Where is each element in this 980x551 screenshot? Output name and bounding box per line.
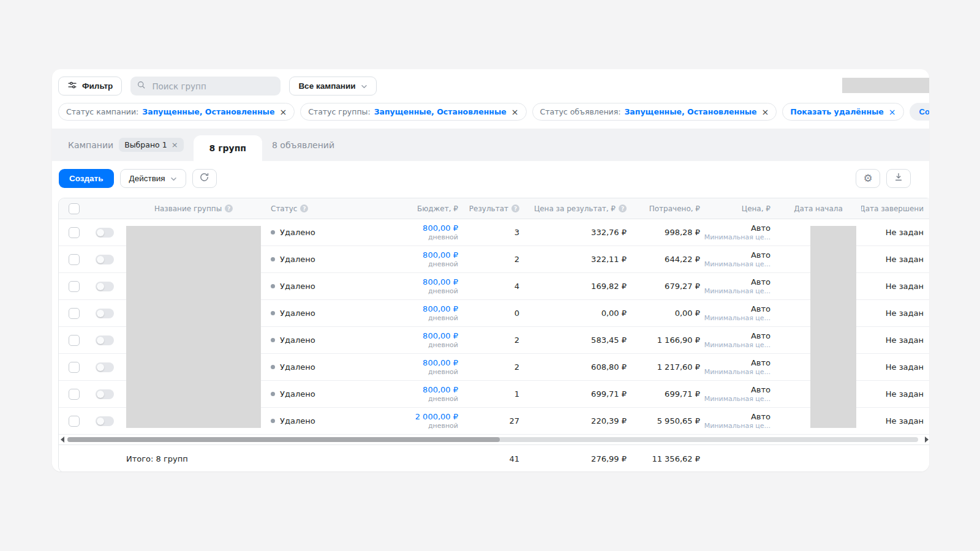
- header-spent[interactable]: Потрачено, ₽: [631, 204, 705, 213]
- filter-bar: Фильтр Все кампании: [58, 77, 377, 96]
- tab-groups[interactable]: 8 групп: [194, 135, 262, 161]
- close-icon[interactable]: ×: [172, 140, 178, 149]
- header-cost-per-result[interactable]: Цена за результат, ₽ ?: [524, 204, 631, 213]
- status-dot-icon: [271, 338, 275, 342]
- scroll-left-arrow-icon[interactable]: [61, 437, 64, 443]
- budget-value[interactable]: 800,00 ₽: [423, 277, 458, 287]
- budget-cell: 800,00 ₽ дневной: [417, 223, 463, 242]
- header-price[interactable]: Цена, ₽: [705, 204, 775, 213]
- budget-value[interactable]: 800,00 ₽: [423, 331, 458, 341]
- row-toggle[interactable]: [96, 389, 114, 399]
- chip-group-status[interactable]: Статус группы: Запущенные, Остановленные…: [300, 103, 526, 121]
- cost-per-result-cell: 608,80 ₽: [524, 362, 631, 372]
- tab-campaigns[interactable]: Кампании Выбрано 1 ×: [58, 129, 194, 161]
- row-checkbox[interactable]: [69, 308, 80, 319]
- budget-value[interactable]: 800,00 ₽: [423, 385, 458, 395]
- scrollbar-thumb[interactable]: [67, 437, 500, 442]
- budget-value[interactable]: 2 000,00 ₽: [415, 412, 458, 422]
- gear-icon: ⚙: [863, 172, 872, 185]
- groups-content: Создать Действия: [52, 161, 929, 471]
- budget-value[interactable]: 800,00 ₽: [423, 250, 458, 260]
- budget-period: дневной: [428, 287, 458, 296]
- toggle-knob: [97, 418, 104, 425]
- create-button[interactable]: Создать: [59, 169, 114, 188]
- campaign-filter-select[interactable]: Все кампании: [289, 77, 376, 96]
- help-icon[interactable]: ?: [300, 204, 308, 212]
- price-cell: Авто Минимальная це...: [705, 223, 775, 242]
- row-checkbox[interactable]: [69, 389, 80, 400]
- chip-value: Запущенные, Остановленные: [624, 107, 756, 116]
- row-toggle[interactable]: [96, 362, 114, 372]
- row-toggle[interactable]: [96, 228, 114, 238]
- header-name[interactable]: Название группы ?: [120, 204, 267, 213]
- row-checkbox[interactable]: [69, 227, 80, 238]
- row-toggle[interactable]: [96, 335, 114, 345]
- row-checkbox[interactable]: [69, 281, 80, 292]
- filter-button[interactable]: Фильтр: [58, 77, 122, 96]
- search-input[interactable]: [151, 81, 274, 92]
- spent-cell: 644,22 ₽: [631, 255, 705, 264]
- horizontal-scrollbar[interactable]: [59, 435, 929, 444]
- scroll-right-arrow-icon[interactable]: [925, 437, 929, 443]
- actions-dropdown-button[interactable]: Действия: [120, 169, 186, 188]
- scrollbar-track[interactable]: [67, 437, 918, 442]
- download-icon: [894, 172, 903, 185]
- close-icon[interactable]: ×: [511, 108, 519, 116]
- refresh-button[interactable]: [192, 169, 217, 188]
- header-budget[interactable]: Бюджет, ₽: [417, 204, 463, 213]
- price-cell: Авто Минимальная це...: [705, 250, 775, 269]
- status-text: Удалено: [280, 282, 315, 291]
- chip-campaign-status[interactable]: Статус кампании: Запущенные, Остановленн…: [58, 103, 295, 121]
- row-toggle[interactable]: [96, 255, 114, 264]
- tab-strip: Кампании Выбрано 1 × 8 групп 8 объявлени…: [52, 129, 929, 161]
- row-toggle[interactable]: [96, 309, 114, 318]
- price-strategy: Минимальная це...: [704, 314, 771, 323]
- row-checkbox[interactable]: [69, 254, 80, 265]
- table-footer-row: Итого: 8 групп 41 276,99 ₽ 11 356,62 ₽: [59, 444, 929, 471]
- table-header-row: Название группы ? Статус ? Бюджет, ₽ Рез…: [59, 198, 929, 219]
- row-toggle[interactable]: [96, 282, 114, 291]
- spent-cell: 5 950,65 ₽: [631, 416, 705, 425]
- close-icon[interactable]: ×: [279, 108, 287, 116]
- settings-button[interactable]: ⚙: [856, 169, 880, 188]
- chip-ad-status[interactable]: Статус объявления: Запущенные, Остановле…: [532, 103, 777, 121]
- tab-ads-label: 8 объявлений: [272, 140, 334, 150]
- row-checkbox[interactable]: [69, 362, 80, 373]
- tab-ads[interactable]: 8 объявлений: [262, 129, 344, 161]
- row-checkbox[interactable]: [69, 416, 80, 427]
- export-button[interactable]: [886, 169, 911, 188]
- row-checkbox[interactable]: [69, 335, 80, 346]
- help-icon[interactable]: ?: [225, 204, 233, 212]
- budget-period: дневной: [428, 260, 458, 269]
- close-icon[interactable]: ×: [889, 108, 896, 116]
- budget-period: дневной: [428, 422, 458, 430]
- header-date-end[interactable]: Дата завершени: [861, 204, 929, 213]
- chip-value: Запущенные, Остановленные: [142, 107, 274, 116]
- price-strategy: Минимальная це...: [704, 287, 771, 296]
- chip-label: Статус группы:: [308, 107, 371, 116]
- header-status[interactable]: Статус ?: [267, 204, 417, 213]
- price-strategy: Минимальная це...: [704, 395, 771, 403]
- date-end-cell: Не задан: [861, 416, 929, 425]
- price-strategy: Минимальная це...: [704, 233, 771, 242]
- status-text: Удалено: [280, 255, 315, 264]
- row-toggle[interactable]: [96, 416, 114, 426]
- cost-per-result-cell: 0,00 ₽: [524, 309, 631, 318]
- close-icon[interactable]: ×: [762, 108, 769, 116]
- date-end-cell: Не задан: [861, 255, 929, 264]
- filter-button-label: Фильтр: [82, 81, 113, 91]
- select-all-checkbox[interactable]: [69, 203, 80, 214]
- selected-count-badge[interactable]: Выбрано 1 ×: [119, 138, 183, 152]
- chip-show-deleted[interactable]: Показать удалённые ×: [782, 103, 903, 121]
- help-icon[interactable]: ?: [619, 204, 627, 212]
- save-filters-button[interactable]: Сохранить: [910, 103, 929, 121]
- header-result[interactable]: Результат ?: [463, 204, 524, 213]
- budget-value[interactable]: 800,00 ₽: [423, 358, 458, 368]
- date-end-cell: Не задан: [861, 335, 929, 345]
- budget-value[interactable]: 800,00 ₽: [423, 223, 458, 233]
- search-field[interactable]: [130, 77, 281, 96]
- budget-value[interactable]: 800,00 ₽: [423, 304, 458, 314]
- status-text: Удалено: [280, 416, 315, 425]
- help-icon[interactable]: ?: [511, 204, 519, 212]
- header-date-start[interactable]: Дата начала: [775, 204, 861, 213]
